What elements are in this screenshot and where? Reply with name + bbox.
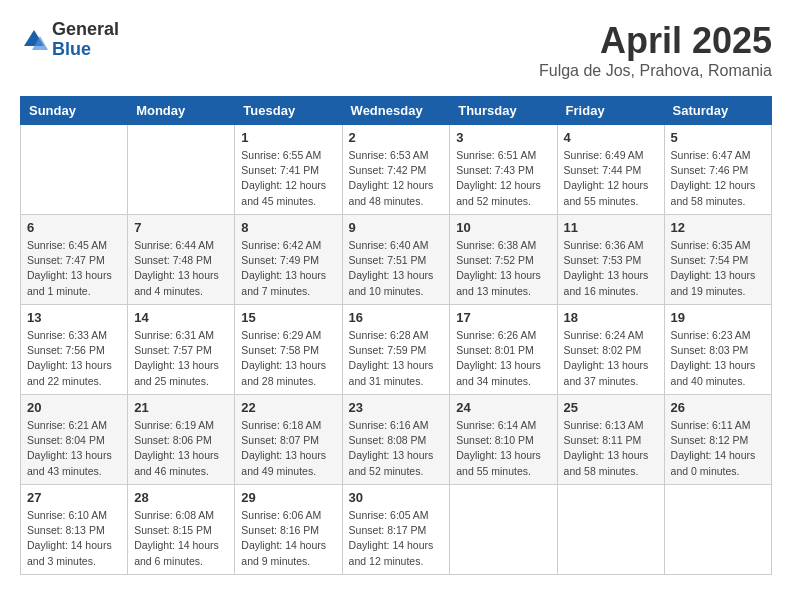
day-number: 8	[241, 220, 335, 235]
weekday-header-monday: Monday	[128, 97, 235, 125]
day-number: 15	[241, 310, 335, 325]
calendar-cell: 13Sunrise: 6:33 AM Sunset: 7:56 PM Dayli…	[21, 305, 128, 395]
calendar-cell: 4Sunrise: 6:49 AM Sunset: 7:44 PM Daylig…	[557, 125, 664, 215]
calendar-cell: 26Sunrise: 6:11 AM Sunset: 8:12 PM Dayli…	[664, 395, 771, 485]
day-number: 16	[349, 310, 444, 325]
day-number: 26	[671, 400, 765, 415]
weekday-header-wednesday: Wednesday	[342, 97, 450, 125]
calendar-cell	[21, 125, 128, 215]
location-text: Fulga de Jos, Prahova, Romania	[539, 62, 772, 80]
calendar-cell: 23Sunrise: 6:16 AM Sunset: 8:08 PM Dayli…	[342, 395, 450, 485]
day-number: 12	[671, 220, 765, 235]
day-number: 4	[564, 130, 658, 145]
calendar-table: SundayMondayTuesdayWednesdayThursdayFrid…	[20, 96, 772, 575]
calendar-cell: 9Sunrise: 6:40 AM Sunset: 7:51 PM Daylig…	[342, 215, 450, 305]
calendar-cell: 20Sunrise: 6:21 AM Sunset: 8:04 PM Dayli…	[21, 395, 128, 485]
calendar-cell: 7Sunrise: 6:44 AM Sunset: 7:48 PM Daylig…	[128, 215, 235, 305]
day-number: 25	[564, 400, 658, 415]
day-detail: Sunrise: 6:11 AM Sunset: 8:12 PM Dayligh…	[671, 418, 765, 479]
day-detail: Sunrise: 6:13 AM Sunset: 8:11 PM Dayligh…	[564, 418, 658, 479]
day-number: 19	[671, 310, 765, 325]
day-detail: Sunrise: 6:33 AM Sunset: 7:56 PM Dayligh…	[27, 328, 121, 389]
calendar-cell: 17Sunrise: 6:26 AM Sunset: 8:01 PM Dayli…	[450, 305, 557, 395]
day-number: 23	[349, 400, 444, 415]
day-detail: Sunrise: 6:35 AM Sunset: 7:54 PM Dayligh…	[671, 238, 765, 299]
calendar-cell: 8Sunrise: 6:42 AM Sunset: 7:49 PM Daylig…	[235, 215, 342, 305]
calendar-cell: 28Sunrise: 6:08 AM Sunset: 8:15 PM Dayli…	[128, 485, 235, 575]
day-number: 17	[456, 310, 550, 325]
calendar-cell: 11Sunrise: 6:36 AM Sunset: 7:53 PM Dayli…	[557, 215, 664, 305]
calendar-cell: 14Sunrise: 6:31 AM Sunset: 7:57 PM Dayli…	[128, 305, 235, 395]
calendar-cell: 19Sunrise: 6:23 AM Sunset: 8:03 PM Dayli…	[664, 305, 771, 395]
calendar-cell: 1Sunrise: 6:55 AM Sunset: 7:41 PM Daylig…	[235, 125, 342, 215]
calendar-cell: 3Sunrise: 6:51 AM Sunset: 7:43 PM Daylig…	[450, 125, 557, 215]
day-detail: Sunrise: 6:44 AM Sunset: 7:48 PM Dayligh…	[134, 238, 228, 299]
day-detail: Sunrise: 6:10 AM Sunset: 8:13 PM Dayligh…	[27, 508, 121, 569]
calendar-cell: 30Sunrise: 6:05 AM Sunset: 8:17 PM Dayli…	[342, 485, 450, 575]
logo-general-text: General	[52, 20, 119, 40]
calendar-cell: 25Sunrise: 6:13 AM Sunset: 8:11 PM Dayli…	[557, 395, 664, 485]
day-detail: Sunrise: 6:40 AM Sunset: 7:51 PM Dayligh…	[349, 238, 444, 299]
day-detail: Sunrise: 6:49 AM Sunset: 7:44 PM Dayligh…	[564, 148, 658, 209]
day-detail: Sunrise: 6:26 AM Sunset: 8:01 PM Dayligh…	[456, 328, 550, 389]
logo-icon	[20, 26, 48, 54]
weekday-header-tuesday: Tuesday	[235, 97, 342, 125]
calendar-cell: 2Sunrise: 6:53 AM Sunset: 7:42 PM Daylig…	[342, 125, 450, 215]
calendar-week-row: 6Sunrise: 6:45 AM Sunset: 7:47 PM Daylig…	[21, 215, 772, 305]
calendar-cell: 22Sunrise: 6:18 AM Sunset: 8:07 PM Dayli…	[235, 395, 342, 485]
calendar-cell: 29Sunrise: 6:06 AM Sunset: 8:16 PM Dayli…	[235, 485, 342, 575]
calendar-cell	[128, 125, 235, 215]
day-number: 20	[27, 400, 121, 415]
calendar-cell	[557, 485, 664, 575]
day-detail: Sunrise: 6:53 AM Sunset: 7:42 PM Dayligh…	[349, 148, 444, 209]
calendar-cell: 5Sunrise: 6:47 AM Sunset: 7:46 PM Daylig…	[664, 125, 771, 215]
day-number: 28	[134, 490, 228, 505]
calendar-week-row: 20Sunrise: 6:21 AM Sunset: 8:04 PM Dayli…	[21, 395, 772, 485]
title-block: April 2025 Fulga de Jos, Prahova, Romani…	[539, 20, 772, 80]
calendar-cell: 15Sunrise: 6:29 AM Sunset: 7:58 PM Dayli…	[235, 305, 342, 395]
day-detail: Sunrise: 6:51 AM Sunset: 7:43 PM Dayligh…	[456, 148, 550, 209]
day-detail: Sunrise: 6:31 AM Sunset: 7:57 PM Dayligh…	[134, 328, 228, 389]
day-number: 29	[241, 490, 335, 505]
day-number: 9	[349, 220, 444, 235]
day-number: 18	[564, 310, 658, 325]
day-detail: Sunrise: 6:06 AM Sunset: 8:16 PM Dayligh…	[241, 508, 335, 569]
calendar-cell: 16Sunrise: 6:28 AM Sunset: 7:59 PM Dayli…	[342, 305, 450, 395]
calendar-week-row: 13Sunrise: 6:33 AM Sunset: 7:56 PM Dayli…	[21, 305, 772, 395]
calendar-week-row: 27Sunrise: 6:10 AM Sunset: 8:13 PM Dayli…	[21, 485, 772, 575]
weekday-header-saturday: Saturday	[664, 97, 771, 125]
calendar-cell: 27Sunrise: 6:10 AM Sunset: 8:13 PM Dayli…	[21, 485, 128, 575]
calendar-cell	[664, 485, 771, 575]
day-number: 22	[241, 400, 335, 415]
calendar-cell: 24Sunrise: 6:14 AM Sunset: 8:10 PM Dayli…	[450, 395, 557, 485]
day-number: 30	[349, 490, 444, 505]
day-detail: Sunrise: 6:18 AM Sunset: 8:07 PM Dayligh…	[241, 418, 335, 479]
day-number: 1	[241, 130, 335, 145]
day-detail: Sunrise: 6:24 AM Sunset: 8:02 PM Dayligh…	[564, 328, 658, 389]
day-number: 5	[671, 130, 765, 145]
day-detail: Sunrise: 6:05 AM Sunset: 8:17 PM Dayligh…	[349, 508, 444, 569]
day-number: 10	[456, 220, 550, 235]
page-header: General Blue April 2025 Fulga de Jos, Pr…	[20, 20, 772, 80]
day-detail: Sunrise: 6:21 AM Sunset: 8:04 PM Dayligh…	[27, 418, 121, 479]
day-detail: Sunrise: 6:55 AM Sunset: 7:41 PM Dayligh…	[241, 148, 335, 209]
day-detail: Sunrise: 6:38 AM Sunset: 7:52 PM Dayligh…	[456, 238, 550, 299]
calendar-cell: 6Sunrise: 6:45 AM Sunset: 7:47 PM Daylig…	[21, 215, 128, 305]
day-detail: Sunrise: 6:08 AM Sunset: 8:15 PM Dayligh…	[134, 508, 228, 569]
day-number: 6	[27, 220, 121, 235]
day-number: 11	[564, 220, 658, 235]
day-detail: Sunrise: 6:16 AM Sunset: 8:08 PM Dayligh…	[349, 418, 444, 479]
weekday-header-friday: Friday	[557, 97, 664, 125]
day-detail: Sunrise: 6:14 AM Sunset: 8:10 PM Dayligh…	[456, 418, 550, 479]
day-detail: Sunrise: 6:28 AM Sunset: 7:59 PM Dayligh…	[349, 328, 444, 389]
day-detail: Sunrise: 6:19 AM Sunset: 8:06 PM Dayligh…	[134, 418, 228, 479]
day-detail: Sunrise: 6:42 AM Sunset: 7:49 PM Dayligh…	[241, 238, 335, 299]
weekday-header-row: SundayMondayTuesdayWednesdayThursdayFrid…	[21, 97, 772, 125]
calendar-week-row: 1Sunrise: 6:55 AM Sunset: 7:41 PM Daylig…	[21, 125, 772, 215]
day-detail: Sunrise: 6:45 AM Sunset: 7:47 PM Dayligh…	[27, 238, 121, 299]
weekday-header-sunday: Sunday	[21, 97, 128, 125]
logo: General Blue	[20, 20, 119, 60]
day-detail: Sunrise: 6:23 AM Sunset: 8:03 PM Dayligh…	[671, 328, 765, 389]
day-number: 7	[134, 220, 228, 235]
day-number: 13	[27, 310, 121, 325]
